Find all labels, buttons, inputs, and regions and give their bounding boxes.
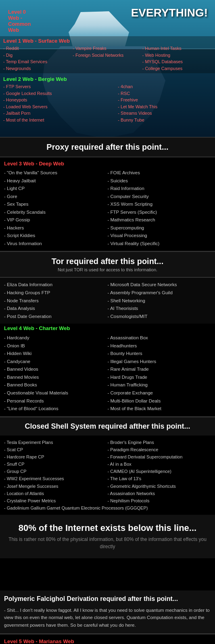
level3-col1: - "On the Vanilla" Sources - Heavy Jailb… (4, 169, 108, 248)
dark-gap (0, 558, 215, 590)
closed-shell-content: - Tesla Experiment Plans - Scat CP - Har… (0, 436, 215, 515)
eighty-subtitle: This is rather not 80% of the physical i… (4, 536, 211, 550)
tor-col2: - Microsoft Data Secure Networks - Assem… (108, 281, 211, 320)
cs-item-17: - Assasination Networks (108, 490, 211, 497)
l3-item-3: - Light CP (4, 185, 108, 193)
cs-item-12: - Forward Derivatal Supercomputation (108, 453, 211, 460)
level4-section: - Hardcandy - Onion IB - Hidden Wiki - C… (0, 332, 215, 416)
level1-item-9: - MYSQL Databases (142, 58, 212, 65)
cs-item-1: - Tesla Experiment Plans (4, 439, 108, 446)
l4-item-14: - Illegal Games Hunters (108, 358, 211, 366)
level1-header: Level 1 Web - Surface Web (3, 38, 212, 44)
l4-item-6: - Banned Movies (4, 374, 108, 382)
cs-item-18: - Nephilism Protocols (108, 497, 211, 504)
cs-item-13: - AI in a Box (108, 460, 211, 468)
l4-item-2: - Onion IB (4, 342, 108, 350)
level3-col2: - FOIE Archives - Suicides - Raid Inform… (108, 169, 211, 248)
cs-item-15: - The Law of 13's (108, 475, 211, 482)
level3-section: Level 3 Web - Deep Web - "On the Vanilla… (0, 157, 215, 251)
cs-item-5: - Group CP (4, 468, 108, 475)
l3-item-19: - Visual Processing (108, 232, 211, 240)
tor-divider-title: Tor required after this point... (3, 257, 212, 266)
level2-col1: - FTP Servers - Google Locked Results - … (3, 83, 118, 123)
cs-item-16: - Geometric Algorithymic Shortcuts (108, 483, 211, 490)
cs-item-3: - Hardcore Rape CP (4, 453, 108, 460)
l3-item-11: - FOIE Archives (108, 169, 211, 177)
l3-item-1: - "On the Vanilla" Sources (4, 169, 108, 177)
l3-item-18: - Supercomputing (108, 224, 211, 232)
l4-item-16: - Hard Drugs Trade (108, 374, 211, 382)
l4-item-9: - Personal Records (4, 397, 108, 405)
level2-item-9: - Freehive (118, 97, 212, 103)
level4-col1: - Hardcandy - Onion IB - Hidden Wiki - C… (4, 334, 108, 413)
l4-item-7: - Banned Books (4, 381, 108, 389)
l4-item-5: - Banned Videos (4, 365, 108, 374)
cs-item-4: - Snuff CP (4, 460, 108, 468)
level2-header: Level 2 Web - Bergie Web (3, 76, 212, 82)
level2-item-11: - Streams Videos (118, 110, 212, 117)
l4-item-12: - Headhunters (108, 342, 211, 350)
level1-col3: - Human Intel Tasks - Web Hosting - MYSQ… (142, 45, 212, 72)
polymeric-title: Polymeric Falcighol Derivation required … (4, 595, 211, 603)
level1-item-6: - Foreign Social Networks (73, 52, 142, 59)
l4-item-3: - Hidden Wiki (4, 350, 108, 358)
level5-section: Level 5 Web - Marianas Web - The day you… (0, 634, 215, 644)
l4-item-15: - Rare Animal Trade (108, 365, 211, 374)
closed-shell-col2: - Broder's Engine Plans - Paradigm Recal… (108, 439, 211, 504)
l4-item-19: - Multi-Billion Dollar Deals (108, 397, 211, 405)
tor-item-4: - Data Analysis (4, 305, 108, 313)
l3-item-5: - Sex Tapes (4, 200, 108, 208)
cs-item-7: - Josef Mengele Successes (4, 483, 108, 490)
closed-shell-divider: Closed Shell System required afther this… (0, 417, 215, 436)
l4-item-18: - Corporate Exchange (108, 389, 211, 397)
l3-item-13: - Raid Information (108, 185, 211, 193)
cs-item-long: - Gadolinium Gallium Garnet Quantum Elec… (4, 504, 211, 512)
level2-item-8: - RSC (118, 90, 212, 97)
l4-item-20: - Most of the Black Market (108, 405, 211, 413)
level2-item-7: - 4chan (118, 83, 212, 90)
tor-item-10: - Cosmologists/MIT (108, 313, 211, 321)
l3-item-10: - Virus Information (4, 240, 108, 248)
level3-header: Level 3 Web - Deep Web (4, 161, 211, 167)
l3-item-7: - VIP Gossip (4, 216, 108, 224)
cs-item-11: - Paradigm Recalescence (108, 446, 211, 453)
l4-item-1: - Hardcandy (4, 334, 108, 342)
l3-item-9: - Script Kiddies (4, 232, 108, 240)
cs-item-14: - CAIMEO (AI Superintelligence) (108, 468, 211, 475)
level1-item-3: - Temp Email Services (3, 58, 73, 65)
level0-label: Level 0 Web - Common Web (8, 9, 31, 33)
level1-item-8: - Web Hosting (142, 52, 212, 59)
level1-item-10: - College Campuses (142, 65, 212, 72)
l3-item-8: - Hackers (4, 224, 108, 232)
l3-item-17: - Mathmatics Research (108, 216, 211, 224)
iceberg-section: Level 0 Web - Common Web EVERYTHING! Lev… (0, 0, 215, 137)
level4-header-section: Level 4 Web - Charter Web (0, 324, 215, 331)
l4-item-11: - Assassination Box (108, 334, 211, 342)
l4-item-17: - Human Trafficking (108, 381, 211, 389)
tor-items-section: - Eliza Data Information - Hacking Group… (0, 278, 215, 324)
tor-item-5: - Post Date Generation (4, 313, 108, 321)
l3-item-12: - Suicides (108, 177, 211, 185)
proxy-divider-title: Proxy required after this point... (3, 142, 212, 152)
polymeric-section: Polymeric Falcighol Derivation required … (0, 590, 215, 634)
l3-item-2: - Heavy Jailbait (4, 177, 108, 185)
cs-item-6: - WW2 Experiment Successes (4, 475, 108, 482)
tor-divider-subtitle: Not just TOR is used for access to this … (3, 267, 212, 272)
tor-item-3: - Node Transfers (4, 297, 108, 305)
l4-item-10: - "Line of Blood" Locations (4, 405, 108, 413)
l3-item-15: - XSS Worm Scripting (108, 200, 211, 208)
cs-item-10: - Broder's Engine Plans (108, 439, 211, 446)
tor-item-2: - Hacking Groups FTP (4, 289, 108, 297)
l3-item-6: - Celebrity Scandals (4, 208, 108, 217)
level1-item-2: - Dig (3, 52, 73, 59)
level1-section: Level 1 Web - Surface Web - Reddit - Dig… (0, 36, 215, 73)
tor-item-6: - Microsoft Data Secure Networks (108, 281, 211, 289)
closed-shell-col1: - Tesla Experiment Plans - Scat CP - Har… (4, 439, 108, 504)
closed-shell-title: Closed Shell System required afther this… (3, 422, 212, 431)
proxy-divider: Proxy required after this point... (0, 137, 215, 157)
polymeric-text: - Shit... I don't really know faggot. Al… (4, 607, 211, 629)
eighty-title: 80% of the Internet exists below this li… (4, 523, 211, 533)
level1-item-7: - Human Intel Tasks (142, 45, 212, 52)
level2-item-12: - Bunny Tube (118, 117, 212, 124)
l3-item-20: - Virtual Reality (Specific) (108, 240, 211, 248)
